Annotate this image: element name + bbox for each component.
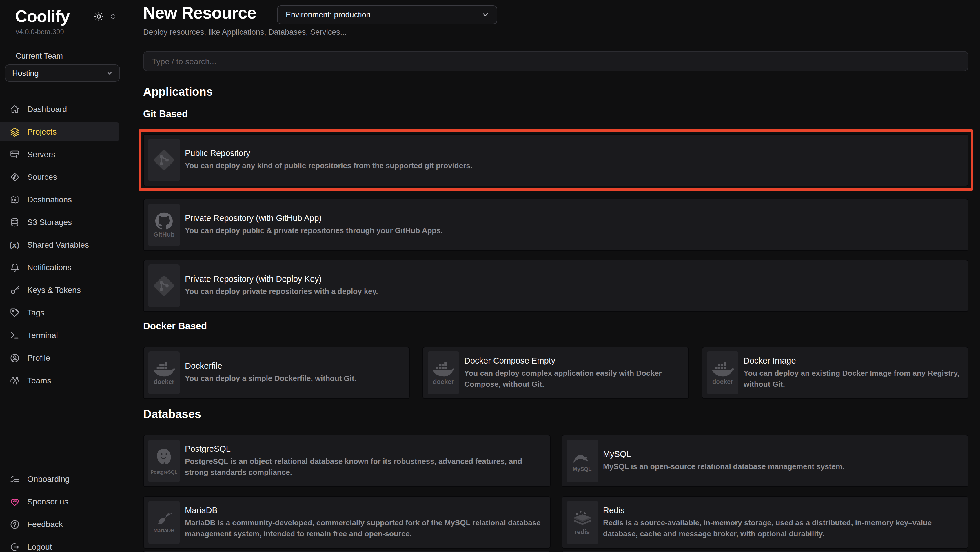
card-description: You can deploy public & private reposito… bbox=[185, 225, 443, 236]
card-title: Private Repository (with Deploy Key) bbox=[185, 274, 378, 284]
cut-off-card bbox=[143, 551, 550, 552]
card-docker-compose-empty[interactable]: docker Docker Compose Empty You can depl… bbox=[423, 347, 689, 399]
user-circle-icon bbox=[9, 353, 20, 363]
card-description: PostgreSQL is an object-relational datab… bbox=[185, 456, 542, 478]
card-title: Private Repository (with GitHub App) bbox=[185, 214, 443, 223]
help-circle-icon bbox=[9, 519, 20, 530]
sidebar-item-sources[interactable]: Sources bbox=[0, 168, 119, 186]
database-icon bbox=[9, 217, 20, 227]
mariadb-logo: MariaDB bbox=[148, 501, 180, 544]
sidebar-item-s3-storages[interactable]: S3 Storages bbox=[0, 213, 119, 231]
sidebar-item-destinations[interactable]: Destinations bbox=[0, 190, 119, 209]
list-checks-icon bbox=[9, 474, 20, 484]
chevron-down-icon bbox=[481, 10, 490, 19]
sidebar: Coolify v4.0.0-beta.399 Current Team Hos… bbox=[0, 0, 125, 552]
sidebar-item-servers[interactable]: Servers bbox=[0, 145, 119, 164]
databases-heading: Databases bbox=[143, 408, 201, 421]
card-title: Dockerfile bbox=[185, 361, 356, 370]
card-title: MariaDB bbox=[185, 505, 542, 515]
card-mariadb[interactable]: MariaDB MariaDB MariaDB is a community-d… bbox=[143, 496, 550, 549]
sun-icon bbox=[94, 11, 104, 21]
sidebar-item-tags[interactable]: Tags bbox=[0, 303, 119, 322]
sidebar-item-onboarding[interactable]: Onboarding bbox=[0, 470, 119, 488]
docker-based-heading: Docker Based bbox=[143, 321, 207, 332]
card-redis[interactable]: redis Redis Redis is a source-available,… bbox=[561, 496, 969, 549]
card-title: PostgreSQL bbox=[185, 444, 542, 453]
card-postgresql[interactable]: PostgreSQL PostgreSQL PostgreSQL is an o… bbox=[143, 435, 550, 487]
next-row-cut-off bbox=[143, 551, 969, 552]
chevrons-up-down-icon bbox=[109, 13, 116, 20]
chevron-down-icon bbox=[105, 69, 114, 77]
terminal-icon bbox=[9, 330, 20, 340]
github-logo: GitHub bbox=[148, 204, 180, 246]
sidebar-item-logout[interactable]: Logout bbox=[0, 538, 119, 552]
sidebar-collapse-button[interactable] bbox=[109, 13, 116, 20]
sidebar-item-projects[interactable]: Projects bbox=[0, 122, 119, 141]
variable-icon: (x) bbox=[9, 239, 20, 250]
docker-wordmark: docker bbox=[154, 378, 175, 385]
card-title: Docker Image bbox=[743, 356, 960, 365]
heart-handshake-icon bbox=[9, 496, 20, 507]
main-content: New Resource Environment: production Dep… bbox=[126, 0, 980, 552]
page-title: New Resource bbox=[143, 3, 256, 22]
coolify-app: Coolify v4.0.0-beta.399 Current Team Hos… bbox=[0, 0, 980, 552]
layers-icon bbox=[9, 126, 20, 137]
team-select-value: Hosting bbox=[12, 69, 39, 77]
environment-select-value: Environment: production bbox=[286, 10, 371, 19]
sidebar-nav: Dashboard Projects Servers Sources Desti… bbox=[0, 100, 125, 390]
sidebar-item-terminal[interactable]: Terminal bbox=[0, 326, 119, 345]
git-source-icon bbox=[9, 172, 20, 182]
postgresql-wordmark: PostgreSQL bbox=[151, 470, 177, 475]
mysql-logo: MySQL bbox=[566, 440, 598, 482]
team-select[interactable]: Hosting bbox=[5, 64, 120, 82]
logout-icon bbox=[9, 542, 20, 552]
docker-logo: docker bbox=[707, 351, 738, 394]
sidebar-item-teams[interactable]: Teams bbox=[0, 371, 119, 390]
git-logo bbox=[148, 139, 180, 182]
card-description: You can deploy complex application easil… bbox=[464, 368, 680, 390]
redis-wordmark: redis bbox=[574, 529, 590, 535]
postgresql-logo: PostgreSQL bbox=[148, 440, 180, 482]
card-docker-image[interactable]: docker Docker Image You can deploy an ex… bbox=[702, 347, 969, 399]
environment-select[interactable]: Environment: production bbox=[277, 5, 497, 24]
card-description: You can deploy a simple Dockerfile, with… bbox=[185, 373, 356, 384]
app-logo: Coolify bbox=[15, 7, 70, 26]
theme-toggle-button[interactable] bbox=[94, 11, 104, 21]
card-description: You can deploy an existing Docker Image … bbox=[743, 368, 960, 390]
sidebar-item-keys-tokens[interactable]: Keys & Tokens bbox=[0, 281, 119, 299]
card-public-repository[interactable]: Public Repository You can deploy any kin… bbox=[143, 134, 969, 186]
map-icon bbox=[9, 194, 20, 205]
tags-icon bbox=[9, 307, 20, 318]
server-icon bbox=[9, 149, 20, 160]
card-private-repository-deploy-key[interactable]: Private Repository (with Deploy Key) You… bbox=[143, 260, 969, 312]
card-mysql[interactable]: MySQL MySQL MySQL is an open-source rela… bbox=[561, 435, 969, 487]
database-cards-grid: PostgreSQL PostgreSQL PostgreSQL is an o… bbox=[143, 435, 969, 549]
github-wordmark: GitHub bbox=[153, 231, 175, 238]
mysql-wordmark: MySQL bbox=[573, 466, 592, 472]
card-dockerfile[interactable]: docker Dockerfile You can deploy a simpl… bbox=[143, 347, 410, 399]
card-private-repository-github-app[interactable]: GitHub Private Repository (with GitHub A… bbox=[143, 199, 969, 251]
sidebar-item-dashboard[interactable]: Dashboard bbox=[0, 100, 119, 118]
docker-wordmark: docker bbox=[712, 378, 733, 385]
card-title: Public Repository bbox=[185, 148, 473, 158]
key-icon bbox=[9, 285, 20, 295]
sidebar-item-notifications[interactable]: Notifications bbox=[0, 258, 119, 277]
redis-logo: redis bbox=[566, 501, 598, 544]
users-icon bbox=[9, 375, 20, 386]
docker-cards-row: docker Dockerfile You can deploy a simpl… bbox=[143, 347, 969, 399]
card-title: Redis bbox=[603, 505, 960, 515]
card-description: You can deploy any kind of public reposi… bbox=[185, 161, 473, 172]
sidebar-item-profile[interactable]: Profile bbox=[0, 348, 119, 367]
git-based-heading: Git Based bbox=[143, 108, 188, 120]
sidebar-item-sponsor-us[interactable]: Sponsor us bbox=[0, 492, 119, 511]
search-input[interactable] bbox=[143, 51, 969, 71]
card-description: MariaDB is a community-developed, commer… bbox=[185, 517, 542, 539]
sidebar-item-shared-variables[interactable]: (x) Shared Variables bbox=[0, 235, 119, 254]
app-version: v4.0.0-beta.399 bbox=[0, 28, 125, 36]
card-description: You can deploy private repositories with… bbox=[185, 286, 378, 297]
sidebar-item-feedback[interactable]: Feedback bbox=[0, 515, 119, 533]
home-icon bbox=[9, 104, 20, 114]
card-description: Redis is a source-available, in-memory s… bbox=[603, 517, 960, 539]
sidebar-footer: Onboarding Sponsor us Feedback Logout bbox=[0, 470, 125, 552]
applications-heading: Applications bbox=[143, 85, 213, 99]
